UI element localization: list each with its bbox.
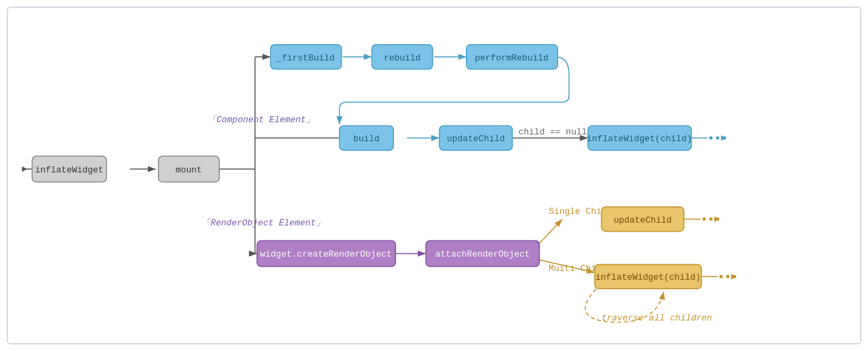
build-label: build — [353, 134, 380, 144]
diagram-svg: inflateWidget mount 「Component Element」 … — [7, 7, 861, 344]
svg-marker-30 — [714, 217, 719, 222]
svg-marker-6 — [22, 166, 27, 172]
mount-label: mount — [176, 165, 202, 175]
component-element-label: 「Component Element」 — [208, 115, 315, 125]
rebuild-label: rebuild — [384, 53, 420, 63]
diagram-container: inflateWidget mount 「Component Element」 … — [7, 7, 861, 344]
svg-point-18 — [716, 136, 719, 140]
create-render-object-label: widget.createRenderObject — [260, 250, 392, 260]
svg-point-27 — [703, 217, 706, 221]
inflate-widget-label: inflateWidget — [35, 165, 104, 175]
svg-point-33 — [726, 275, 730, 278]
update-child-blue-label: updateChild — [447, 134, 505, 144]
render-object-element-label: 「RenderObject Element」 — [201, 218, 324, 228]
svg-marker-20 — [721, 135, 726, 141]
inflate-widget-child-blue-label: inflateWidget(child) — [587, 134, 692, 144]
svg-point-28 — [709, 217, 713, 221]
first-build-label: _firstBuild — [276, 53, 334, 63]
update-child-orange-label: updateChild — [614, 215, 671, 225]
svg-marker-35 — [731, 274, 736, 279]
svg-point-17 — [709, 136, 713, 140]
inflate-widget-child-yellow-label: inflateWidget(child) — [595, 272, 701, 282]
perform-rebuild-label: performRebuild — [475, 53, 549, 63]
svg-point-32 — [719, 275, 723, 278]
svg-line-24 — [538, 219, 562, 244]
traverse-label: traverse all children — [601, 313, 712, 323]
attach-render-object-label: attachRenderObject — [435, 250, 530, 260]
